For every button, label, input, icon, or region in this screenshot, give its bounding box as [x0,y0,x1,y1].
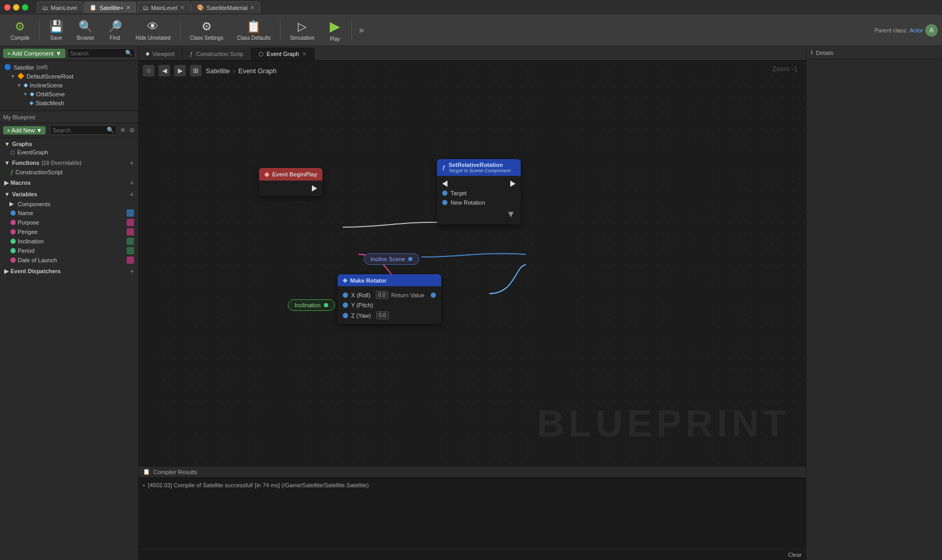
bp-item-inclination[interactable]: Inclination [2,237,136,246]
tab-satellite-material[interactable]: 🎨 SatelliteMaterial ✕ [191,2,260,13]
set-relative-rotation-node[interactable]: ƒ SetRelativeRotation Target is Scene Co… [437,159,521,225]
event-graph-close-icon[interactable]: ✕ [302,51,307,58]
event-dispatchers-header[interactable]: ▶ Event Dispatchers + [2,266,136,276]
save-button[interactable]: 💾 Save [43,18,70,43]
bp-item-components-cat[interactable]: ▶ Components [2,199,136,208]
tree-item-orbit-scene[interactable]: ▼ ◆ OrbitScene [21,89,136,98]
add-component-button[interactable]: + Add Component ▼ [3,49,65,58]
var-dot-purpose [10,220,16,225]
details-icon: ℹ [811,49,813,56]
variables-category: ▼ Variables + ▶ Components Name [2,189,136,265]
orbit-scene-icon: ◆ [30,91,34,97]
make-rotator-node[interactable]: ◈ Make Rotator X (Roll) 0.0 Return Value… [338,274,441,324]
add-new-button[interactable]: + Add New ▼ [3,126,46,135]
my-blueprint-toolbar: + Add New ▼ 🔍 👁 ⚙ [0,123,138,138]
class-defaults-button[interactable]: 📋 Class Defaults [231,18,277,43]
tab-close-icon-3[interactable]: ✕ [250,5,254,10]
tab-main-level-2[interactable]: 🗂 MainLevel ✕ [137,2,190,13]
hide-unrelated-icon: 👁 [147,20,159,33]
tree-item-static-mesh[interactable]: ◈ StaticMesh [27,98,136,107]
simulation-icon: ▷ [298,20,307,33]
compiler-results-header: 📋 Compiler Results [139,466,806,478]
bp-search-box[interactable]: 🔍 [50,125,117,135]
bp-item-period[interactable]: Period [2,246,136,255]
bp-item-event-graph[interactable]: ⬡ EventGraph [2,148,136,156]
bp-search-input[interactable] [52,127,105,133]
expand-icon: ▼ [506,209,515,220]
forward-button[interactable]: ▶ [174,65,186,76]
pitch-pin: Y (Pitch) [338,300,441,310]
main-toolbar: ⚙ Compile 💾 Save 🔍 Browse 🔎 Find 👁 Hide … [0,15,942,46]
var-indicator-perigee [127,228,134,236]
back-button[interactable]: ◀ [159,65,170,76]
set-rotation-extra-pin: ▼ [437,207,521,221]
hide-unrelated-button[interactable]: 👁 Hide Unrelated [129,18,177,43]
tab-event-graph[interactable]: ⬡ Event Graph ✕ [251,48,315,60]
my-blueprint-header: My Blueprint [0,112,138,123]
functions-header[interactable]: ▼ Functions (19 Overridable) + [2,158,136,168]
compile-button[interactable]: ⚙ Compile [4,18,36,43]
canvas-header: ☆ ◀ ▶ ⊞ Satellite › Event Graph [143,65,277,76]
compiler-message-0: • [4502.03] Compile of Satellite success… [143,482,802,488]
variables-header[interactable]: ▼ Variables + [2,189,136,199]
incline-scene-pin [408,257,412,261]
play-button[interactable]: ▶ Play [322,16,348,44]
tree-indent-1: ▼ 🔶 DefaultSceneRoot ▼ ◆ InclineScene ▼ … [8,72,136,107]
tab-satellite[interactable]: 📋 Satellite+ ✕ [84,2,136,13]
var-dot-name [10,210,16,216]
grid-button[interactable]: ⊞ [190,65,201,76]
title-tabs: 🗂 MainLevel 📋 Satellite+ ✕ 🗂 MainLevel ✕… [37,2,938,13]
bp-item-purpose[interactable]: Purpose [2,218,136,227]
close-button[interactable] [4,4,10,10]
bp-item-perigee[interactable]: Perigee [2,227,136,237]
tab-close-icon-2[interactable]: ✕ [180,5,184,10]
maximize-button[interactable] [22,4,28,10]
clear-button[interactable]: Clear [788,552,802,558]
add-macro-button[interactable]: + [130,178,134,187]
add-dispatcher-button[interactable]: + [130,267,134,275]
minimize-button[interactable] [13,4,19,10]
bp-settings-icon[interactable]: ⚙ [129,127,135,134]
bp-item-construction-script[interactable]: ƒ ConstructionScript [2,168,136,176]
bp-item-date-of-launch[interactable]: Date of Launch [2,255,136,265]
visibility-toggle[interactable]: 👁 [120,127,126,134]
macros-header[interactable]: ▶ Macros + [2,177,136,188]
blueprint-canvas[interactable]: ☆ ◀ ▶ ⊞ Satellite › Event Graph Zoom -1 [139,61,806,466]
main-layout: + Add Component ▼ 🔍 🔵 Satellite (self) ▼… [0,46,942,560]
simulation-button[interactable]: ▷ Simulation [284,18,321,43]
dispatchers-arrow: ▶ [4,268,8,275]
find-button[interactable]: 🔎 Find [102,18,128,43]
event-begin-play-node[interactable]: ◆ Event BeginPlay [259,168,322,196]
tab-construction-script[interactable]: ƒ Construction Scrip [183,48,251,60]
roll-pin: X (Roll) 0.0 Return Value [338,289,441,300]
right-panel: ℹ Details [806,46,942,560]
tree-item-default-scene-root[interactable]: ▼ 🔶 DefaultSceneRoot [8,72,136,81]
components-search-input[interactable] [70,50,124,57]
tab-main-level[interactable]: 🗂 MainLevel [37,2,83,13]
bookmark-button[interactable]: ☆ [143,65,154,76]
incline-scene-node[interactable]: Incline Scene [364,253,419,265]
more-icon[interactable]: » [355,25,368,36]
class-settings-button[interactable]: ⚙ Class Settings [184,18,230,43]
graph-icon: ⬡ [10,150,15,155]
inclination-node[interactable]: Inclination [288,299,335,311]
tab-close-icon[interactable]: ✕ [126,5,130,10]
bp-item-name[interactable]: Name [2,208,136,218]
graphs-arrow: ▼ [4,141,10,147]
event-exec-pin [259,184,322,193]
add-function-button[interactable]: + [130,159,134,167]
graphs-header[interactable]: ▼ Graphs [2,140,136,148]
var-indicator-period [127,247,134,254]
browse-button[interactable]: 🔍 Browse [71,18,100,43]
add-variable-button[interactable]: + [130,190,134,198]
class-settings-icon: ⚙ [201,20,212,33]
var-dot-inclination [10,239,16,244]
divider-1 [0,110,138,111]
func-icon: ƒ [10,170,14,175]
tab-viewport[interactable]: Viewport [139,48,183,60]
tree-item-satellite[interactable]: 🔵 Satellite (self) [2,63,136,72]
play-icon: ▶ [330,18,340,35]
scene-root-icon: 🔶 [17,73,25,80]
tree-item-incline-scene[interactable]: ▼ ◆ InclineScene [15,81,136,89]
components-search-box[interactable]: 🔍 [68,48,135,58]
